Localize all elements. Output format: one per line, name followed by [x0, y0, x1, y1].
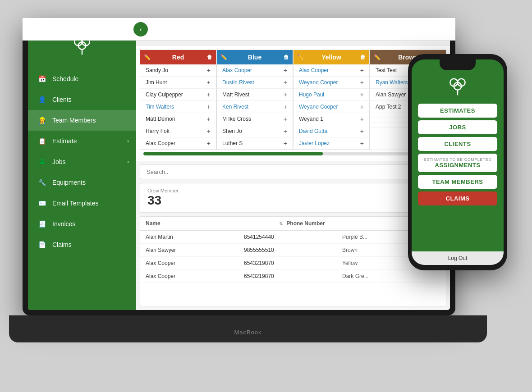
table-row: Ken Rivest + — [217, 101, 293, 113]
sidebar-item-email-templates[interactable]: ✉️ Email Templates — [28, 193, 136, 214]
sort-icon-name[interactable]: ⇅ — [279, 221, 283, 226]
table-row: Clay Culpepper + — [140, 89, 216, 101]
table-row: Alax Cooper + — [217, 64, 293, 77]
nav-label-invoices: Invoices — [52, 220, 75, 228]
add-member-btn[interactable]: + — [360, 67, 364, 74]
phone-mockup: ESTIMATES JOBS CLIENTS ESTIMATES TO BE C… — [408, 54, 507, 270]
add-member-btn[interactable]: + — [284, 103, 287, 110]
screen-inner: ‹ 📅 Sc — [28, 23, 450, 310]
macbook-screen: ‹ 📅 Sc — [23, 18, 455, 315]
cell-phone: 8541254440 — [244, 234, 342, 240]
add-member-btn[interactable]: + — [207, 128, 211, 135]
add-member-btn[interactable]: + — [207, 115, 211, 123]
crew-count-box: Crew Member 33 — [140, 183, 446, 213]
table-row: Alan Sawyer 9855555510 Brown — [140, 244, 446, 257]
add-member-btn[interactable]: + — [284, 79, 287, 86]
search-input[interactable] — [140, 164, 446, 179]
add-member-btn[interactable]: + — [360, 115, 364, 123]
phone-btn-clients[interactable]: CLIENTS — [418, 137, 497, 151]
email-icon: ✉️ — [37, 198, 47, 208]
add-member-btn[interactable]: + — [284, 140, 287, 147]
cell-phone: 6543219870 — [244, 273, 342, 279]
nav-label-clients: Clients — [52, 96, 72, 103]
phone-logout-button[interactable]: Log Out — [412, 251, 504, 265]
delete-icon-yellow[interactable]: 🗑 — [360, 54, 366, 60]
arrow-icon-jobs: › — [127, 159, 129, 165]
add-member-btn[interactable]: + — [360, 128, 364, 135]
phone-btn-jobs[interactable]: JOBS — [418, 120, 497, 134]
phone-menu: ESTIMATES JOBS CLIENTS ESTIMATES TO BE C… — [412, 102, 504, 251]
edit-icon-yellow[interactable]: ✏️ — [297, 54, 304, 60]
nav-label-jobs: Jobs — [52, 158, 66, 165]
tools-icon: 🔧 — [37, 178, 47, 187]
assignments-sublabel: ESTIMATES TO BE COMPLETED — [423, 157, 492, 162]
add-member-btn[interactable]: + — [207, 91, 211, 98]
add-member-btn[interactable]: + — [207, 103, 211, 110]
add-member-btn[interactable]: + — [284, 91, 287, 98]
table-row: Alax Cooper 6543219870 Yellow — [140, 257, 446, 270]
sidebar-navigation: 📅 Schedule 👤 Clients 👷 Team Members — [28, 68, 136, 255]
sidebar-item-clients[interactable]: 👤 Clients — [28, 89, 136, 110]
scrollbar-fill — [143, 152, 323, 155]
nav-label-estimate: Estimate — [52, 137, 77, 145]
add-member-btn[interactable]: + — [284, 115, 287, 123]
edit-icon-blue[interactable]: ✏️ — [220, 54, 227, 60]
table-row: Javier Lopez + — [294, 137, 369, 150]
add-member-btn[interactable]: + — [207, 140, 211, 147]
table-row: Sandy Jo + — [140, 64, 216, 77]
edit-icon-red[interactable]: ✏️ — [144, 54, 151, 60]
add-member-btn[interactable]: + — [207, 79, 211, 86]
cell-name: Alax Cooper — [146, 273, 244, 279]
delete-icon-red[interactable]: 🗑 — [207, 54, 212, 60]
phone-notch — [440, 59, 476, 70]
phone-screen: ESTIMATES JOBS CLIENTS ESTIMATES TO BE C… — [412, 59, 504, 265]
phone-btn-estimates[interactable]: ESTIMATES — [418, 104, 497, 118]
calendar-icon: 📅 — [37, 74, 47, 84]
sidebar-item-equipments[interactable]: 🔧 Equipments — [28, 172, 136, 193]
members-table: Name ⇅ Phone Number ⇅ Crew Alan Martin 8… — [140, 216, 446, 306]
sidebar-item-claims[interactable]: 📄 Claims — [28, 234, 136, 255]
table-row: Weyand Cooper + — [294, 77, 369, 89]
sidebar-item-invoices[interactable]: 🧾 Invoices — [28, 214, 136, 234]
top-bar: ‹ — [28, 23, 450, 41]
horizontal-scrollbar[interactable] — [143, 152, 443, 155]
cell-name: Alan Sawyer — [146, 247, 244, 253]
person-icon: 👤 — [37, 95, 47, 105]
sidebar-item-jobs[interactable]: 🌲 Jobs › — [28, 151, 136, 172]
table-row: Tim Walters + — [140, 101, 216, 113]
sidebar-item-schedule[interactable]: 📅 Schedule — [28, 68, 136, 89]
sidebar: 📅 Schedule 👤 Clients 👷 Team Members — [28, 23, 136, 310]
edit-icon-brown[interactable]: ✏️ — [374, 54, 381, 60]
crew-count-number: 33 — [147, 193, 439, 208]
add-member-btn[interactable]: + — [284, 67, 287, 74]
claims-icon: 📄 — [37, 240, 47, 250]
table-row: Matt Demon + — [140, 113, 216, 125]
phone-btn-claims[interactable]: CLAIMS — [418, 191, 497, 205]
phone-logo — [412, 70, 504, 102]
delete-icon-blue[interactable]: 🗑 — [284, 54, 289, 60]
add-member-btn[interactable]: + — [360, 79, 364, 86]
back-button[interactable]: ‹ — [133, 23, 148, 36]
crew-label-blue: Blue — [248, 54, 261, 61]
table-section: Crew Member 33 Name ⇅ Phone Number ⇅ Cre… — [136, 161, 450, 310]
crew-header-yellow: ✏️ Yellow 🗑 — [294, 50, 369, 64]
cell-name: Alan Martin — [146, 234, 244, 240]
table-row: Dustin Rivest + — [217, 77, 293, 89]
phone-btn-assignments[interactable]: ESTIMATES TO BE COMPLETED ASSIGNMENTS — [418, 154, 497, 172]
sidebar-item-estimate[interactable]: 📋 Estimate › — [28, 131, 136, 151]
table-row: David Gutta + — [294, 125, 369, 137]
add-member-btn[interactable]: + — [360, 140, 364, 147]
add-member-btn[interactable]: + — [284, 128, 287, 135]
add-member-btn[interactable]: + — [207, 67, 211, 74]
table-row: Alax Cooper + — [140, 137, 216, 150]
macbook-label: MacBook — [234, 329, 261, 336]
col-name: Name — [146, 220, 275, 227]
table-row: Shen Jo + — [217, 125, 293, 137]
nav-label-team-members: Team Members — [52, 117, 96, 124]
table-row: Harry Fok + — [140, 125, 216, 137]
add-member-btn[interactable]: + — [360, 91, 364, 98]
phone-btn-team-members[interactable]: TEAM MEMBERS — [418, 175, 497, 189]
add-member-btn[interactable]: + — [360, 103, 364, 110]
table-header: Name ⇅ Phone Number ⇅ Crew — [140, 217, 446, 231]
sidebar-item-team-members[interactable]: 👷 Team Members — [28, 110, 136, 131]
